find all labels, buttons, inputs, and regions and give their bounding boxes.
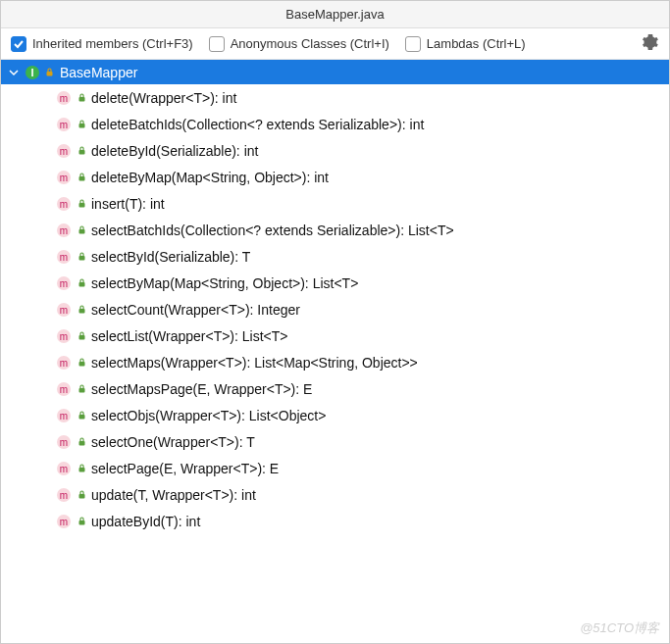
root-label: BaseMapper — [60, 65, 137, 80]
lock-icon — [77, 225, 86, 235]
method-icon: m — [56, 223, 72, 238]
inherited-members-checkbox[interactable]: Inherited members (Ctrl+F3) — [11, 36, 193, 52]
settings-button[interactable] — [642, 35, 659, 53]
method-icon: m — [56, 90, 72, 106]
method-label: delete(Wrapper<T>): int — [91, 90, 236, 106]
svg-rect-26 — [78, 282, 84, 287]
svg-text:m: m — [60, 463, 68, 473]
svg-text:m: m — [60, 172, 68, 182]
method-label: selectOne(Wrapper<T>): T — [91, 434, 255, 450]
method-label: selectMapsPage(E, Wrapper<T>): E — [91, 381, 312, 397]
method-node[interactable]: mselectObjs(Wrapper<T>): List<Object> — [1, 402, 669, 428]
method-label: selectPage(E, Wrapper<T>): E — [91, 461, 279, 476]
method-icon: m — [56, 408, 72, 423]
method-icon: m — [56, 196, 72, 212]
method-node[interactable]: mdeleteById(Serializable): int — [1, 137, 669, 164]
chevron-down-icon[interactable] — [7, 66, 21, 79]
anonymous-classes-label: Anonymous Classes (Ctrl+I) — [231, 36, 389, 51]
method-node[interactable]: mupdate(T, Wrapper<T>): int — [1, 481, 669, 508]
method-icon: m — [56, 487, 72, 503]
method-icon: m — [56, 117, 72, 132]
method-icon: m — [56, 170, 72, 185]
method-node[interactable]: mselectOne(Wrapper<T>): T — [1, 428, 669, 455]
method-node[interactable]: mselectBatchIds(Collection<? extends Ser… — [1, 217, 669, 243]
lock-icon — [77, 437, 86, 447]
window-title: BaseMapper.java — [285, 7, 384, 22]
method-icon: m — [56, 143, 72, 159]
svg-text:m: m — [60, 489, 68, 500]
method-label: selectById(Serializable): T — [91, 249, 250, 265]
structure-tree[interactable]: I BaseMapper mdelete(Wrapper<T>): intmde… — [1, 60, 669, 643]
method-label: selectMaps(Wrapper<T>): List<Map<String,… — [91, 355, 418, 371]
anonymous-classes-checkbox[interactable]: Anonymous Classes (Ctrl+I) — [209, 36, 389, 52]
method-label: deleteByMap(Map<String, Object>): int — [91, 170, 329, 185]
method-icon: m — [56, 434, 72, 450]
lock-icon — [77, 464, 86, 473]
method-node[interactable]: mdelete(Wrapper<T>): int — [1, 84, 669, 111]
lock-icon — [77, 146, 86, 156]
lock-icon — [77, 517, 86, 526]
svg-text:m: m — [60, 277, 68, 288]
svg-text:m: m — [60, 198, 68, 209]
method-node[interactable]: minsert(T): int — [1, 190, 669, 217]
method-node[interactable]: mupdateById(T): int — [1, 508, 669, 534]
svg-rect-20 — [78, 229, 84, 234]
svg-text:m: m — [60, 304, 68, 315]
svg-rect-32 — [78, 335, 84, 340]
svg-text:m: m — [60, 224, 68, 235]
checkbox-icon — [209, 36, 225, 52]
method-node[interactable]: mselectCount(Wrapper<T>): Integer — [1, 296, 669, 322]
method-icon: m — [56, 355, 72, 371]
lock-icon — [77, 199, 86, 209]
method-node[interactable]: mselectPage(E, Wrapper<T>): E — [1, 455, 669, 481]
method-label: selectObjs(Wrapper<T>): List<Object> — [91, 408, 326, 423]
svg-text:m: m — [60, 119, 68, 129]
method-label: deleteBatchIds(Collection<? extends Seri… — [91, 117, 424, 132]
root-node[interactable]: I BaseMapper — [1, 60, 669, 84]
svg-rect-17 — [78, 203, 84, 208]
method-icon: m — [56, 275, 72, 291]
method-label: insert(T): int — [91, 196, 165, 212]
method-label: selectCount(Wrapper<T>): Integer — [91, 302, 300, 318]
method-node[interactable]: mselectByMap(Map<String, Object>): List<… — [1, 270, 669, 296]
svg-text:I: I — [30, 67, 33, 78]
method-node[interactable]: mselectMaps(Wrapper<T>): List<Map<String… — [1, 349, 669, 375]
method-node[interactable]: mdeleteBatchIds(Collection<? extends Ser… — [1, 111, 669, 137]
svg-text:m: m — [60, 436, 68, 447]
method-node[interactable]: mselectMapsPage(E, Wrapper<T>): E — [1, 375, 669, 402]
method-icon: m — [56, 328, 72, 344]
method-label: selectByMap(Map<String, Object>): List<T… — [91, 275, 358, 291]
interface-icon: I — [25, 65, 40, 80]
svg-rect-35 — [78, 362, 84, 367]
inherited-members-label: Inherited members (Ctrl+F3) — [32, 36, 193, 51]
gear-icon — [643, 34, 658, 53]
lock-icon — [77, 120, 86, 129]
svg-rect-29 — [78, 309, 84, 314]
checkbox-icon — [11, 36, 26, 52]
method-label: selectList(Wrapper<T>): List<T> — [91, 328, 287, 344]
method-label: update(T, Wrapper<T>): int — [91, 487, 256, 503]
lock-icon — [77, 411, 86, 421]
svg-text:m: m — [60, 410, 68, 421]
lock-icon — [77, 358, 86, 368]
svg-rect-2 — [46, 72, 52, 76]
svg-rect-23 — [78, 256, 84, 261]
svg-rect-44 — [78, 441, 84, 446]
lock-icon — [77, 305, 86, 315]
svg-text:m: m — [60, 383, 68, 394]
lock-icon — [77, 278, 86, 288]
lock-icon — [77, 173, 86, 182]
method-label: selectBatchIds(Collection<? extends Seri… — [91, 223, 454, 238]
svg-rect-14 — [78, 176, 84, 181]
method-node[interactable]: mselectList(Wrapper<T>): List<T> — [1, 322, 669, 349]
method-node[interactable]: mdeleteByMap(Map<String, Object>): int — [1, 164, 669, 190]
lock-icon — [44, 68, 54, 77]
lambdas-checkbox[interactable]: Lambdas (Ctrl+L) — [405, 36, 526, 52]
svg-text:m: m — [60, 516, 68, 526]
svg-text:m: m — [60, 330, 68, 341]
method-node[interactable]: mselectById(Serializable): T — [1, 243, 669, 270]
svg-text:m: m — [60, 251, 68, 262]
svg-rect-41 — [78, 415, 84, 420]
method-icon: m — [56, 302, 72, 318]
svg-text:m: m — [60, 145, 68, 156]
